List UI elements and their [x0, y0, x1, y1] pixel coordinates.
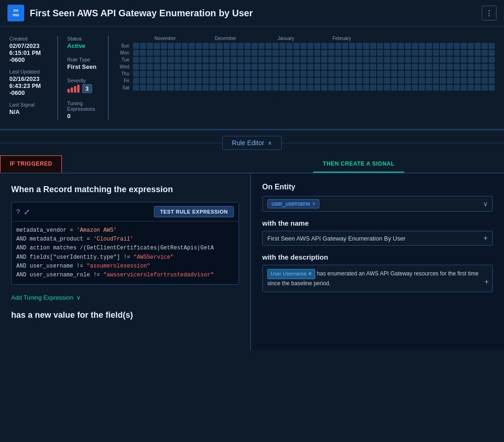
cal-cell: [154, 85, 160, 91]
test-rule-button[interactable]: TEST RULE EXPRESSION: [154, 206, 234, 217]
cal-cell: [210, 64, 216, 70]
cal-cell: [349, 78, 355, 84]
cal-cell: [349, 85, 355, 91]
cal-cell: [265, 71, 272, 77]
desc-tag-close[interactable]: ✕: [308, 270, 312, 278]
cal-cell: [398, 78, 404, 84]
expand-icon[interactable]: ⤢: [24, 208, 30, 216]
created-value: 02/07/2023 6:15:01 PM -0600: [9, 42, 48, 63]
entity-chevron-icon: ∨: [483, 200, 488, 208]
cal-cell: [447, 78, 453, 84]
name-plus-icon[interactable]: +: [484, 234, 488, 242]
cal-cell: [161, 71, 167, 77]
cal-cell: [447, 50, 453, 56]
cal-cell: [259, 43, 265, 49]
rule-editor-label[interactable]: Rule Editor ∧: [222, 136, 282, 150]
cal-cell: [314, 85, 320, 91]
cal-cell: [349, 71, 355, 77]
cal-cell: [461, 50, 467, 56]
cal-cell: [342, 78, 348, 84]
tabs-row: IF TRIGGERED THEN CREATE A SIGNAL: [0, 155, 504, 174]
cal-cell: [161, 43, 167, 49]
cal-cell: [189, 43, 195, 49]
cal-cell: [168, 64, 174, 70]
cal-cell: [154, 50, 160, 56]
severity-bar-2: [71, 87, 73, 93]
cal-cell: [175, 64, 181, 70]
entity-tag-close[interactable]: ×: [312, 201, 315, 207]
cal-cell: [279, 71, 285, 77]
cal-cell: [314, 57, 320, 63]
cal-cell: [440, 71, 446, 77]
cal-cell: [454, 64, 460, 70]
cal-cell: [210, 71, 216, 77]
cal-cell: [238, 57, 244, 63]
cal-cell: [189, 64, 195, 70]
cal-cell: [433, 85, 439, 91]
tab-then-signal[interactable]: THEN CREATE A SIGNAL: [313, 155, 404, 173]
cal-cell: [321, 57, 327, 63]
cal-cell: [259, 78, 265, 84]
cal-cell: [489, 57, 495, 63]
cal-cell: [342, 85, 348, 91]
add-tuning-button[interactable]: Add Tuning Expression ∨: [11, 292, 239, 303]
cal-cell: [203, 64, 209, 70]
cal-cell: [245, 43, 251, 49]
cal-cell: [377, 64, 383, 70]
cal-cell: [168, 71, 174, 77]
cal-cell: [147, 78, 153, 84]
cal-cell: [363, 71, 369, 77]
cal-cell: [272, 64, 279, 70]
cal-cell: [363, 64, 369, 70]
help-icon[interactable]: ?: [16, 208, 20, 215]
cal-cell: [189, 71, 195, 77]
code-line-1: metadata_vendor = 'Amazon AWS': [16, 226, 234, 235]
cal-cell: [384, 50, 390, 56]
desc-tag: User Username ✕: [267, 269, 315, 279]
info-col-mid: Status Active Rule Type First Seen Sever…: [58, 36, 109, 120]
severity-bar-3: [74, 86, 76, 93]
cal-cell: [321, 64, 327, 70]
cal-cell: [405, 50, 411, 56]
cal-cell: [168, 43, 174, 49]
cal-cell: [203, 71, 209, 77]
cal-cell: [279, 64, 285, 70]
cal-cell: [265, 64, 272, 70]
right-panel: On Entity user_username × ∨ with the nam…: [251, 174, 504, 350]
cal-cell: [293, 71, 299, 77]
rule-type-label: Rule Type: [67, 57, 99, 62]
cal-cell: [224, 64, 230, 70]
cal-cell: [286, 43, 292, 49]
entity-tag-row[interactable]: user_username × ∨: [262, 196, 493, 212]
cal-cell: [140, 50, 146, 56]
cal-cell: [196, 57, 202, 63]
tab-if-triggered[interactable]: IF TRIGGERED: [0, 155, 62, 173]
cal-cell: [300, 57, 306, 63]
cal-cell: [217, 57, 223, 63]
cal-cell: [175, 71, 181, 77]
cal-cell: [245, 57, 251, 63]
cal-cell: [245, 50, 251, 56]
cal-cell: [182, 71, 188, 77]
cal-cell: [321, 71, 327, 77]
cal-cell: [224, 57, 230, 63]
has-new-value: has a new value for the field(s): [11, 303, 239, 322]
cal-cell: [482, 85, 488, 91]
with-name-label: with the name: [262, 219, 493, 227]
calendar-row-sun: Sun: [118, 43, 495, 49]
cal-cell: [356, 43, 362, 49]
cal-cell: [461, 71, 467, 77]
header-menu-button[interactable]: ⋮: [482, 6, 497, 20]
cal-cell: [279, 43, 285, 49]
cal-cell: [391, 64, 397, 70]
name-field-row: First Seen AWS API Gateway Enumeration B…: [262, 231, 493, 246]
cal-cell: [314, 64, 320, 70]
cal-cell: [307, 85, 313, 91]
cal-cell: [286, 71, 292, 77]
cal-cell: [175, 85, 181, 91]
cal-cell: [259, 85, 265, 91]
desc-plus-icon[interactable]: +: [484, 276, 489, 288]
cal-cell: [252, 71, 258, 77]
cal-cell: [279, 78, 285, 84]
last-signal-value: N/A: [9, 108, 48, 115]
